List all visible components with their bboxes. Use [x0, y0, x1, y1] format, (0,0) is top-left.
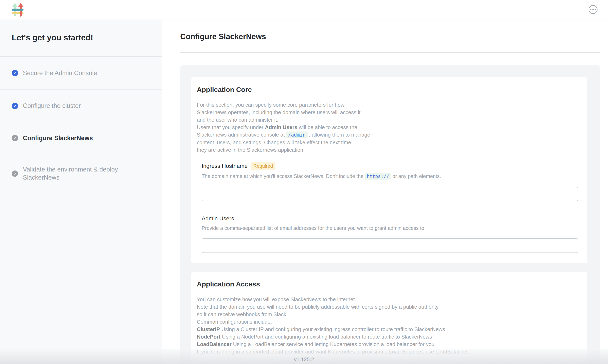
text-segment: Slackernews adminstrative console at	[197, 132, 285, 138]
footer: v1.125.2	[0, 349, 608, 364]
text-segment: Slackernews operates, including the doma…	[197, 109, 360, 115]
text-segment: You can customize how you will expose Sl…	[197, 296, 356, 302]
text-segment: , allowing them to manage	[309, 132, 370, 138]
sidebar-heading: Let's get you started!	[0, 20, 162, 57]
setup-steps-sidebar: Let's get you started! Secure the Admin …	[0, 20, 162, 364]
admin-users-field: Admin Users Provide a comma-separated li…	[202, 215, 578, 253]
check-circle-icon	[12, 135, 18, 141]
text-segment: content, users, and settings. Changes wi…	[197, 139, 351, 145]
text-segment: Admin Users	[265, 124, 297, 130]
text-segment: The domain name at which you'll access S…	[202, 173, 363, 179]
text-segment: so it can receive webhooks from Slack.	[197, 311, 288, 317]
text-segment: Using a LoadBalancer service and letting…	[232, 341, 434, 347]
text-segment: they are active in the Slackernews appli…	[197, 147, 304, 153]
card-title: Application Core	[197, 85, 578, 93]
step-label: Validate the environment & deploy Slacke…	[23, 165, 150, 182]
config-panel: Application Core For this section, you c…	[180, 65, 600, 364]
step-label: Configure the cluster	[23, 102, 81, 110]
text-segment: Users that you specify under	[197, 124, 265, 130]
field-label: Admin Users	[202, 215, 234, 222]
top-navbar	[0, 0, 608, 20]
card-title: Application Access	[197, 280, 578, 288]
text-segment: and the user who can administer it.	[197, 117, 278, 123]
field-help: Provide a comma-separated list of email …	[202, 225, 578, 232]
step-label: Configure SlackerNews	[23, 134, 93, 142]
field-help: The domain name at which you'll access S…	[202, 173, 578, 180]
ellipsis-icon	[590, 9, 596, 10]
text-segment: LoadBalancer	[197, 341, 232, 347]
text-segment: Note that the domain you use will need t…	[197, 304, 439, 310]
text-segment: ClusterIP	[197, 326, 220, 332]
text-segment: Using a Cluster IP and configuring your …	[220, 326, 445, 332]
text-segment: Common configurations include:	[197, 319, 272, 325]
card-description: You can customize how you will expose Sl…	[197, 296, 578, 355]
text-segment: For this section, you can specify some c…	[197, 102, 345, 108]
card-description: For this section, you can specify some c…	[197, 101, 578, 154]
check-circle-icon	[12, 70, 18, 76]
inline-code: /admin	[286, 131, 308, 138]
page-title: Configure SlackerNews	[180, 32, 266, 41]
divider	[180, 52, 600, 52]
sidebar-step-configure-cluster[interactable]: Configure the cluster	[0, 90, 162, 122]
slackernews-logo	[11, 2, 24, 17]
text-segment: NodePort	[197, 334, 221, 340]
step-label: Secure the Admin Console	[23, 69, 97, 77]
text-segment: will be able to access the	[297, 124, 357, 130]
required-badge: Required	[251, 162, 275, 170]
check-circle-icon	[12, 170, 18, 177]
text-segment: Using a NodePort and configuring an exis…	[221, 334, 432, 340]
admin-users-input[interactable]	[202, 238, 578, 253]
sidebar-step-configure-slackernews[interactable]: Configure SlackerNews	[0, 122, 162, 154]
text-segment: or any path elements.	[392, 173, 441, 179]
sidebar-step-validate-deploy[interactable]: Validate the environment & deploy Slacke…	[0, 154, 162, 193]
sidebar-step-secure-admin-console[interactable]: Secure the Admin Console	[0, 57, 162, 90]
application-core-card: Application Core For this section, you c…	[191, 77, 587, 263]
main-content: Configure SlackerNews Application Core F…	[162, 20, 608, 364]
check-circle-icon	[12, 103, 18, 109]
field-label-row: Admin Users	[202, 215, 578, 222]
field-label-row: Ingress Hostname Required	[202, 162, 578, 170]
overflow-menu-button[interactable]	[589, 5, 597, 14]
field-label: Ingress Hostname	[202, 163, 248, 169]
inline-code: https://	[365, 173, 391, 180]
version-label: v1.125.2	[294, 356, 314, 363]
ingress-hostname-input[interactable]	[202, 187, 578, 201]
ingress-hostname-field: Ingress Hostname Required The domain nam…	[202, 162, 578, 201]
